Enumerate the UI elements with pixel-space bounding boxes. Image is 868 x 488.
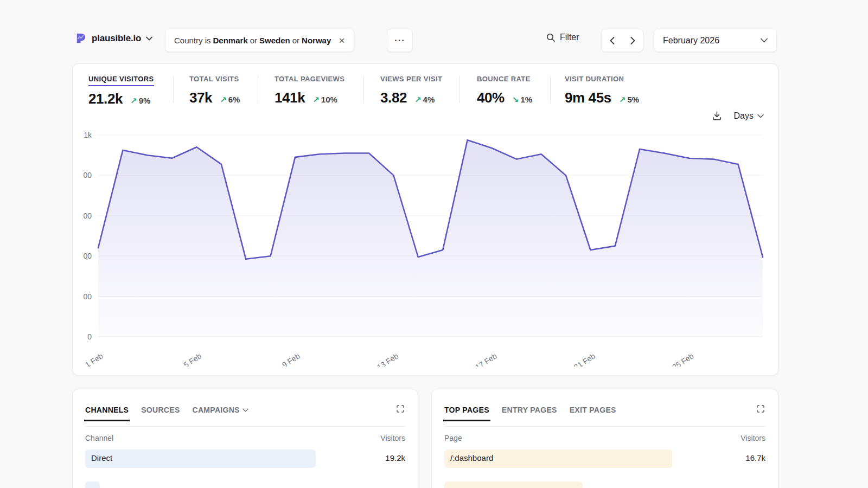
- filter-button[interactable]: Filter: [546, 33, 579, 42]
- row-label[interactable]: /:dashboard: [450, 453, 493, 463]
- stat-total-visits[interactable]: TOTAL VISITS 37k ↗6%: [189, 75, 240, 106]
- svg-text:600: 600: [84, 211, 92, 220]
- svg-text:5 Feb: 5 Feb: [182, 351, 203, 367]
- channels-panel: CHANNELS SOURCES CAMPAIGNS Channel Visit…: [72, 389, 418, 488]
- svg-text:25 Feb: 25 Feb: [671, 351, 695, 367]
- analytics-card: UNIQUE VISITORS 21.2k ↗9% TOTAL VISITS 3…: [72, 63, 778, 376]
- prev-period-button[interactable]: [602, 29, 622, 52]
- date-nav: [601, 29, 643, 52]
- site-switcher[interactable]: plausible.io: [74, 32, 152, 44]
- svg-text:13 Feb: 13 Feb: [375, 351, 400, 367]
- chip-country-norway: Norway: [302, 36, 331, 45]
- filter-chip-country[interactable]: Country is Denmark or Sweden or Norway ✕: [165, 29, 354, 52]
- table-row-partial[interactable]: [85, 481, 405, 488]
- divider: [550, 76, 551, 103]
- divider: [173, 76, 174, 103]
- expand-panel-icon[interactable]: [756, 404, 765, 413]
- stat-label: BOUNCE RATE: [477, 75, 532, 85]
- chip-country-sweden: Sweden: [259, 36, 290, 45]
- svg-text:1 Feb: 1 Feb: [84, 351, 105, 367]
- divider: [258, 76, 258, 103]
- stat-label: TOTAL PAGEVIEWS: [275, 75, 344, 85]
- trend-up-icon: ↗: [220, 95, 227, 105]
- chevron-down-icon: [761, 38, 768, 43]
- plausible-logo-icon: [74, 32, 87, 44]
- trend-up-icon: ↗: [619, 95, 626, 105]
- stat-change: 1%: [520, 95, 532, 104]
- stat-value: 40%: [477, 89, 505, 106]
- stat-views-per-visit[interactable]: VIEWS PER VISIT 3.82 ↗4%: [380, 75, 442, 106]
- table-row-partial[interactable]: [444, 481, 765, 488]
- divider: [459, 76, 460, 103]
- more-filters-button[interactable]: ···: [387, 29, 413, 52]
- stat-value: 141k: [275, 89, 305, 106]
- chip-country-denmark: Denmark: [213, 36, 248, 45]
- stat-label: VIEWS PER VISIT: [380, 75, 442, 85]
- svg-text:800: 800: [84, 171, 92, 179]
- interval-label: Days: [734, 111, 754, 121]
- tab-campaigns[interactable]: CAMPAIGNS: [193, 399, 248, 421]
- chip-or: or: [250, 36, 257, 45]
- svg-text:400: 400: [84, 252, 92, 260]
- row-value: 19.2k: [385, 453, 405, 463]
- stat-change: 5%: [627, 95, 639, 104]
- svg-text:9 Feb: 9 Feb: [280, 351, 302, 367]
- divider: [85, 426, 405, 427]
- chip-or: or: [292, 36, 299, 45]
- date-range-picker[interactable]: February 2026: [654, 29, 777, 52]
- visitors-area-chart[interactable]: 02004006008001k1 Feb5 Feb9 Feb13 Feb17 F…: [84, 129, 774, 367]
- row-label[interactable]: Direct: [91, 453, 112, 463]
- tab-campaigns-label: CAMPAIGNS: [193, 399, 240, 421]
- stat-value: 9m 45s: [565, 89, 611, 106]
- filter-button-label: Filter: [560, 33, 579, 42]
- trend-up-icon: ↗: [130, 96, 137, 106]
- stat-value: 3.82: [380, 89, 407, 106]
- site-name: plausible.io: [92, 33, 141, 44]
- chip-prefix: Country is: [174, 36, 211, 45]
- date-range-label: February 2026: [663, 36, 719, 46]
- svg-text:17 Feb: 17 Feb: [474, 351, 498, 367]
- trend-down-icon: ↘: [512, 95, 519, 105]
- stat-label: TOTAL VISITS: [189, 75, 240, 85]
- stat-change: 9%: [139, 96, 151, 105]
- trend-up-icon: ↗: [312, 95, 320, 105]
- stat-unique-visitors[interactable]: UNIQUE VISITORS 21.2k ↗9%: [88, 75, 154, 107]
- chevron-down-icon: [757, 114, 764, 118]
- divider: [444, 426, 765, 427]
- stat-total-pageviews[interactable]: TOTAL PAGEVIEWS 141k ↗10%: [275, 75, 344, 106]
- interval-dropdown[interactable]: Days: [734, 111, 764, 121]
- table-row[interactable]: Direct 19.2k: [85, 450, 405, 468]
- column-header-visitors[interactable]: Visitors: [741, 434, 765, 442]
- row-bar: [85, 481, 100, 488]
- svg-text:0: 0: [87, 332, 92, 341]
- tab-exit-pages[interactable]: EXIT PAGES: [570, 399, 616, 421]
- tab-sources[interactable]: SOURCES: [141, 399, 180, 421]
- download-export-icon[interactable]: [712, 111, 722, 121]
- tab-entry-pages[interactable]: ENTRY PAGES: [502, 399, 557, 421]
- stat-value: 37k: [189, 89, 212, 106]
- expand-panel-icon[interactable]: [396, 404, 405, 413]
- svg-text:1k: 1k: [84, 131, 92, 139]
- stat-change: 4%: [423, 95, 435, 104]
- divider: [363, 76, 364, 103]
- stat-visit-duration[interactable]: VISIT DURATION 9m 45s ↗5%: [565, 75, 639, 106]
- column-header-page: Page: [444, 434, 462, 442]
- table-row[interactable]: /:dashboard 16.7k: [444, 450, 765, 468]
- stat-value: 21.2k: [88, 91, 123, 107]
- column-header-visitors[interactable]: Visitors: [380, 434, 405, 442]
- stat-change: 6%: [228, 95, 240, 104]
- chevron-down-icon: [146, 36, 152, 41]
- svg-text:21 Feb: 21 Feb: [572, 351, 597, 367]
- row-bar: [85, 450, 316, 468]
- stat-label: UNIQUE VISITORS: [88, 75, 154, 86]
- next-period-button[interactable]: [622, 29, 643, 52]
- stat-bounce-rate[interactable]: BOUNCE RATE 40% ↘1%: [477, 75, 532, 106]
- tab-channels[interactable]: CHANNELS: [85, 399, 129, 421]
- chevron-down-icon: [242, 408, 248, 412]
- row-value: 16.7k: [745, 453, 765, 463]
- remove-filter-icon[interactable]: ✕: [339, 36, 345, 45]
- search-icon: [546, 33, 556, 42]
- stat-label: VISIT DURATION: [565, 75, 639, 85]
- trend-up-icon: ↗: [414, 95, 422, 105]
- tab-top-pages[interactable]: TOP PAGES: [444, 399, 489, 421]
